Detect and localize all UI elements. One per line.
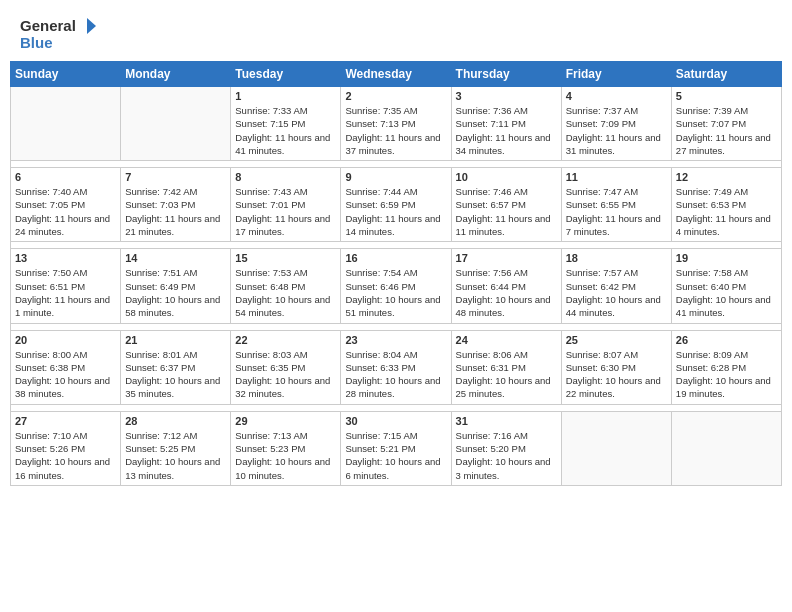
svg-marker-0 xyxy=(87,18,96,34)
column-header-sunday: Sunday xyxy=(11,62,121,87)
calendar-day: 23Sunrise: 8:04 AMSunset: 6:33 PMDayligh… xyxy=(341,330,451,404)
day-number: 9 xyxy=(345,171,446,183)
day-number: 14 xyxy=(125,252,226,264)
calendar-day: 21Sunrise: 8:01 AMSunset: 6:37 PMDayligh… xyxy=(121,330,231,404)
day-info: Sunrise: 7:58 AMSunset: 6:40 PMDaylight:… xyxy=(676,266,777,319)
day-number: 2 xyxy=(345,90,446,102)
column-header-wednesday: Wednesday xyxy=(341,62,451,87)
day-number: 10 xyxy=(456,171,557,183)
day-info: Sunrise: 8:06 AMSunset: 6:31 PMDaylight:… xyxy=(456,348,557,401)
day-number: 26 xyxy=(676,334,777,346)
calendar-day: 7Sunrise: 7:42 AMSunset: 7:03 PMDaylight… xyxy=(121,168,231,242)
column-header-friday: Friday xyxy=(561,62,671,87)
calendar-day: 16Sunrise: 7:54 AMSunset: 6:46 PMDayligh… xyxy=(341,249,451,323)
column-header-saturday: Saturday xyxy=(671,62,781,87)
calendar-day: 29Sunrise: 7:13 AMSunset: 5:23 PMDayligh… xyxy=(231,411,341,485)
day-number: 18 xyxy=(566,252,667,264)
row-separator xyxy=(11,242,782,249)
day-info: Sunrise: 7:46 AMSunset: 6:57 PMDaylight:… xyxy=(456,185,557,238)
calendar-day: 24Sunrise: 8:06 AMSunset: 6:31 PMDayligh… xyxy=(451,330,561,404)
calendar-day xyxy=(11,87,121,161)
day-number: 20 xyxy=(15,334,116,346)
calendar-day xyxy=(121,87,231,161)
calendar-day: 22Sunrise: 8:03 AMSunset: 6:35 PMDayligh… xyxy=(231,330,341,404)
calendar-day: 1Sunrise: 7:33 AMSunset: 7:15 PMDaylight… xyxy=(231,87,341,161)
calendar-day xyxy=(561,411,671,485)
calendar-day: 20Sunrise: 8:00 AMSunset: 6:38 PMDayligh… xyxy=(11,330,121,404)
day-info: Sunrise: 7:16 AMSunset: 5:20 PMDaylight:… xyxy=(456,429,557,482)
separator-cell xyxy=(11,242,782,249)
day-info: Sunrise: 8:01 AMSunset: 6:37 PMDaylight:… xyxy=(125,348,226,401)
day-number: 25 xyxy=(566,334,667,346)
page-header: General Blue xyxy=(10,10,782,55)
calendar-week-2: 6Sunrise: 7:40 AMSunset: 7:05 PMDaylight… xyxy=(11,168,782,242)
day-info: Sunrise: 8:00 AMSunset: 6:38 PMDaylight:… xyxy=(15,348,116,401)
column-header-tuesday: Tuesday xyxy=(231,62,341,87)
day-number: 23 xyxy=(345,334,446,346)
calendar-table: SundayMondayTuesdayWednesdayThursdayFrid… xyxy=(10,61,782,486)
day-info: Sunrise: 7:57 AMSunset: 6:42 PMDaylight:… xyxy=(566,266,667,319)
day-info: Sunrise: 8:07 AMSunset: 6:30 PMDaylight:… xyxy=(566,348,667,401)
calendar-day: 2Sunrise: 7:35 AMSunset: 7:13 PMDaylight… xyxy=(341,87,451,161)
day-number: 5 xyxy=(676,90,777,102)
day-info: Sunrise: 7:37 AMSunset: 7:09 PMDaylight:… xyxy=(566,104,667,157)
calendar-day: 12Sunrise: 7:49 AMSunset: 6:53 PMDayligh… xyxy=(671,168,781,242)
calendar-week-1: 1Sunrise: 7:33 AMSunset: 7:15 PMDaylight… xyxy=(11,87,782,161)
day-info: Sunrise: 7:12 AMSunset: 5:25 PMDaylight:… xyxy=(125,429,226,482)
day-info: Sunrise: 7:54 AMSunset: 6:46 PMDaylight:… xyxy=(345,266,446,319)
calendar-day: 25Sunrise: 8:07 AMSunset: 6:30 PMDayligh… xyxy=(561,330,671,404)
calendar-week-5: 27Sunrise: 7:10 AMSunset: 5:26 PMDayligh… xyxy=(11,411,782,485)
calendar-day: 4Sunrise: 7:37 AMSunset: 7:09 PMDaylight… xyxy=(561,87,671,161)
calendar-day xyxy=(671,411,781,485)
day-info: Sunrise: 7:13 AMSunset: 5:23 PMDaylight:… xyxy=(235,429,336,482)
calendar-day: 5Sunrise: 7:39 AMSunset: 7:07 PMDaylight… xyxy=(671,87,781,161)
day-number: 3 xyxy=(456,90,557,102)
day-info: Sunrise: 7:33 AMSunset: 7:15 PMDaylight:… xyxy=(235,104,336,157)
row-separator xyxy=(11,161,782,168)
day-number: 28 xyxy=(125,415,226,427)
day-number: 12 xyxy=(676,171,777,183)
calendar-header-row: SundayMondayTuesdayWednesdayThursdayFrid… xyxy=(11,62,782,87)
calendar-day: 9Sunrise: 7:44 AMSunset: 6:59 PMDaylight… xyxy=(341,168,451,242)
day-info: Sunrise: 8:09 AMSunset: 6:28 PMDaylight:… xyxy=(676,348,777,401)
day-info: Sunrise: 8:04 AMSunset: 6:33 PMDaylight:… xyxy=(345,348,446,401)
row-separator xyxy=(11,404,782,411)
day-info: Sunrise: 7:40 AMSunset: 7:05 PMDaylight:… xyxy=(15,185,116,238)
day-number: 15 xyxy=(235,252,336,264)
day-number: 1 xyxy=(235,90,336,102)
day-info: Sunrise: 7:56 AMSunset: 6:44 PMDaylight:… xyxy=(456,266,557,319)
calendar-day: 27Sunrise: 7:10 AMSunset: 5:26 PMDayligh… xyxy=(11,411,121,485)
day-number: 13 xyxy=(15,252,116,264)
calendar-day: 19Sunrise: 7:58 AMSunset: 6:40 PMDayligh… xyxy=(671,249,781,323)
day-info: Sunrise: 8:03 AMSunset: 6:35 PMDaylight:… xyxy=(235,348,336,401)
day-number: 30 xyxy=(345,415,446,427)
day-number: 22 xyxy=(235,334,336,346)
day-info: Sunrise: 7:10 AMSunset: 5:26 PMDaylight:… xyxy=(15,429,116,482)
separator-cell xyxy=(11,161,782,168)
day-number: 24 xyxy=(456,334,557,346)
calendar-day: 17Sunrise: 7:56 AMSunset: 6:44 PMDayligh… xyxy=(451,249,561,323)
calendar-week-3: 13Sunrise: 7:50 AMSunset: 6:51 PMDayligh… xyxy=(11,249,782,323)
row-separator xyxy=(11,323,782,330)
day-number: 29 xyxy=(235,415,336,427)
day-number: 6 xyxy=(15,171,116,183)
calendar-day: 26Sunrise: 8:09 AMSunset: 6:28 PMDayligh… xyxy=(671,330,781,404)
day-info: Sunrise: 7:15 AMSunset: 5:21 PMDaylight:… xyxy=(345,429,446,482)
calendar-day: 10Sunrise: 7:46 AMSunset: 6:57 PMDayligh… xyxy=(451,168,561,242)
calendar-day: 15Sunrise: 7:53 AMSunset: 6:48 PMDayligh… xyxy=(231,249,341,323)
day-info: Sunrise: 7:39 AMSunset: 7:07 PMDaylight:… xyxy=(676,104,777,157)
calendar-day: 28Sunrise: 7:12 AMSunset: 5:25 PMDayligh… xyxy=(121,411,231,485)
day-info: Sunrise: 7:35 AMSunset: 7:13 PMDaylight:… xyxy=(345,104,446,157)
logo-container: General Blue xyxy=(20,18,96,51)
day-info: Sunrise: 7:53 AMSunset: 6:48 PMDaylight:… xyxy=(235,266,336,319)
day-number: 11 xyxy=(566,171,667,183)
logo-text-blue: Blue xyxy=(20,35,96,52)
day-number: 17 xyxy=(456,252,557,264)
day-info: Sunrise: 7:42 AMSunset: 7:03 PMDaylight:… xyxy=(125,185,226,238)
calendar-day: 11Sunrise: 7:47 AMSunset: 6:55 PMDayligh… xyxy=(561,168,671,242)
calendar-day: 13Sunrise: 7:50 AMSunset: 6:51 PMDayligh… xyxy=(11,249,121,323)
day-number: 19 xyxy=(676,252,777,264)
calendar-day: 18Sunrise: 7:57 AMSunset: 6:42 PMDayligh… xyxy=(561,249,671,323)
logo-text-general: General xyxy=(20,18,76,35)
day-number: 31 xyxy=(456,415,557,427)
